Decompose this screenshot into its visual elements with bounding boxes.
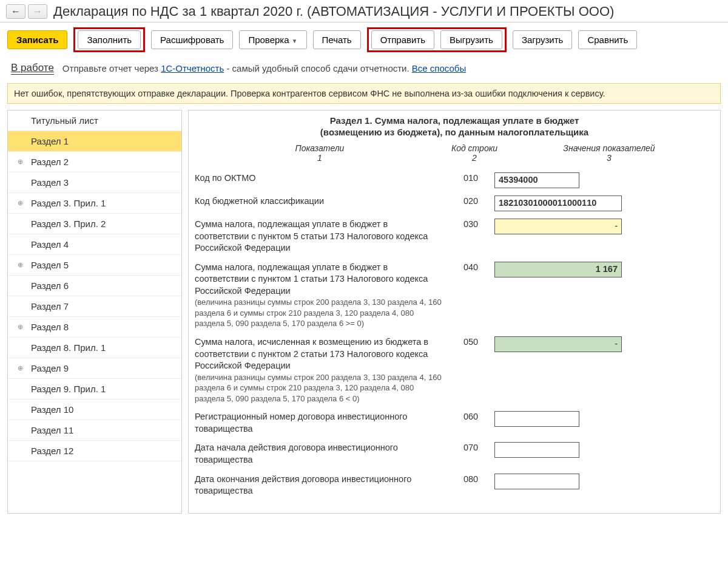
print-button[interactable]: Печать bbox=[313, 30, 361, 49]
sidebar-item[interactable]: ⊕Раздел 5 bbox=[8, 255, 181, 276]
sidebar-item-label: Титульный лист bbox=[31, 115, 98, 126]
send-button[interactable]: Отправить bbox=[371, 30, 434, 49]
sidebar-item[interactable]: ⊕Раздел 3. Прил. 1 bbox=[8, 193, 181, 214]
sidebar-item-label: Раздел 9 bbox=[31, 363, 69, 373]
sidebar-item-label: Раздел 8. Прил. 1 bbox=[31, 342, 106, 353]
sidebar-item[interactable]: Раздел 4 bbox=[8, 234, 181, 255]
row-code: 040 bbox=[450, 262, 492, 272]
sidebar-item[interactable]: Титульный лист bbox=[8, 110, 181, 131]
sidebar-item-label: Раздел 12 bbox=[31, 446, 73, 456]
highlight-send-export: Отправить Выгрузить bbox=[367, 27, 507, 52]
row-label: Дата начала действия договора инвестицио… bbox=[195, 442, 447, 466]
sidebar-item[interactable]: Раздел 8. Прил. 1 bbox=[8, 338, 181, 358]
value-field[interactable]: 18210301000011000110 bbox=[494, 195, 622, 211]
sidebar-item-label: Раздел 3. Прил. 1 bbox=[31, 198, 106, 208]
row-code: 070 bbox=[450, 442, 492, 452]
sidebar-item[interactable]: Раздел 7 bbox=[8, 296, 181, 317]
column-headers: Показатели1 Код строки2 Значения показат… bbox=[192, 143, 716, 169]
sidebar-item-label: Раздел 11 bbox=[31, 425, 73, 435]
sidebar-item-label: Раздел 10 bbox=[31, 404, 73, 415]
sidebar-item[interactable]: ⊕Раздел 8 bbox=[8, 317, 181, 338]
sidebar-item-label: Раздел 2 bbox=[31, 157, 69, 167]
form-row: Дата окончания действия договора инвести… bbox=[192, 470, 716, 501]
sidebar-item[interactable]: Раздел 9. Прил. 1 bbox=[8, 379, 181, 399]
form-row: Сумма налога, подлежащая уплате в бюджет… bbox=[192, 258, 716, 333]
row-hint: (величина разницы суммы строк 200 раздел… bbox=[195, 297, 442, 329]
save-button[interactable]: Записать bbox=[7, 30, 67, 49]
main-panel: Раздел 1. Сумма налога, подлежащая уплат… bbox=[188, 110, 721, 514]
value-field[interactable]: - bbox=[494, 219, 622, 234]
value-field[interactable]: - bbox=[494, 336, 622, 352]
sidebar-item-label: Раздел 6 bbox=[31, 280, 69, 291]
value-field[interactable] bbox=[494, 474, 579, 489]
sidebar-item[interactable]: Раздел 10 bbox=[8, 399, 181, 420]
nav-forward-button[interactable]: → bbox=[28, 4, 47, 19]
row-label: Сумма налога, исчисленная к возмещению и… bbox=[195, 336, 447, 404]
row-label: Сумма налога, подлежащая уплате в бюджет… bbox=[195, 219, 447, 254]
expand-icon[interactable]: ⊕ bbox=[16, 323, 24, 330]
form-row: Дата начала действия договора инвестицио… bbox=[192, 438, 716, 469]
fill-button[interactable]: Заполнить bbox=[78, 30, 141, 49]
sidebar-item-label: Раздел 3 bbox=[31, 177, 69, 188]
expand-icon[interactable]: ⊕ bbox=[16, 199, 24, 206]
sidebar-item-label: Раздел 4 bbox=[31, 239, 69, 250]
export-button[interactable]: Выгрузить bbox=[440, 30, 502, 49]
value-field[interactable]: 1 167 bbox=[494, 262, 622, 277]
decode-button[interactable]: Расшифровать bbox=[151, 30, 233, 49]
sidebar-item[interactable]: Раздел 11 bbox=[8, 420, 181, 441]
row-label: Дата окончания действия договора инвести… bbox=[195, 474, 447, 497]
value-field[interactable] bbox=[494, 411, 579, 427]
expand-icon[interactable]: ⊕ bbox=[16, 364, 24, 372]
row-hint: (величина разницы суммы строк 200 раздел… bbox=[195, 372, 442, 404]
nav-back-button[interactable]: ← bbox=[6, 4, 25, 19]
expand-icon[interactable]: ⊕ bbox=[16, 261, 24, 268]
sidebar-item[interactable]: Раздел 3 bbox=[8, 172, 181, 193]
row-label: Код по ОКТМО bbox=[195, 172, 447, 185]
sidebar-item-label: Раздел 9. Прил. 1 bbox=[31, 384, 106, 394]
section-title: Раздел 1. Сумма налога, подлежащая уплат… bbox=[192, 113, 716, 127]
row-label: Код бюджетной классификации bbox=[195, 195, 447, 208]
form-row: Код по ОКТМО01045394000 bbox=[192, 169, 716, 192]
row-code: 060 bbox=[450, 411, 492, 421]
status-link[interactable]: В работе bbox=[11, 62, 54, 75]
sidebar-item-label: Раздел 7 bbox=[31, 301, 69, 311]
form-row: Регистрационный номер договора инвестици… bbox=[192, 407, 716, 438]
row-code: 050 bbox=[450, 336, 492, 347]
page-title: Декларация по НДС за 1 квартал 2020 г. (… bbox=[53, 4, 614, 19]
row-code: 030 bbox=[450, 219, 492, 229]
row-label: Регистрационный номер договора инвестици… bbox=[195, 411, 447, 435]
row-code: 020 bbox=[450, 195, 492, 206]
row-code: 080 bbox=[450, 474, 492, 484]
sidebar-item[interactable]: Раздел 1 bbox=[8, 131, 181, 152]
row-code: 010 bbox=[450, 172, 492, 183]
highlight-fill: Заполнить bbox=[73, 27, 145, 52]
status-text: Отправьте отчет через 1С-Отчетность - са… bbox=[62, 63, 466, 73]
check-button[interactable]: Проверка▼ bbox=[239, 30, 306, 49]
load-button[interactable]: Загрузить bbox=[513, 30, 573, 49]
form-row: Сумма налога, исчисленная к возмещению и… bbox=[192, 333, 716, 407]
info-bar: Нет ошибок, препятствующих отправке декл… bbox=[7, 83, 721, 104]
sidebar-item-label: Раздел 8 bbox=[31, 322, 69, 332]
chevron-down-icon: ▼ bbox=[292, 38, 298, 44]
link-1c-report[interactable]: 1С-Отчетность bbox=[161, 63, 224, 73]
value-field[interactable] bbox=[494, 442, 579, 458]
row-label: Сумма налога, подлежащая уплате в бюджет… bbox=[195, 262, 447, 329]
form-row: Код бюджетной классификации0201821030100… bbox=[192, 192, 716, 215]
compare-button[interactable]: Сравнить bbox=[578, 30, 637, 49]
sidebar-item[interactable]: Раздел 3. Прил. 2 bbox=[8, 214, 181, 234]
sidebar-item-label: Раздел 3. Прил. 2 bbox=[31, 219, 106, 229]
sidebar: Титульный листРаздел 1⊕Раздел 2Раздел 3⊕… bbox=[7, 110, 182, 514]
form-row: Сумма налога, подлежащая уплате в бюджет… bbox=[192, 215, 716, 258]
sidebar-item[interactable]: ⊕Раздел 2 bbox=[8, 152, 181, 172]
sidebar-item[interactable]: Раздел 12 bbox=[8, 441, 181, 461]
sidebar-item[interactable]: Раздел 6 bbox=[8, 276, 181, 296]
value-field[interactable]: 45394000 bbox=[494, 172, 579, 188]
expand-icon[interactable]: ⊕ bbox=[16, 158, 24, 165]
sidebar-item-label: Раздел 1 bbox=[31, 136, 69, 146]
section-subtitle: (возмещению из бюджета), по данным налог… bbox=[192, 127, 716, 143]
sidebar-item[interactable]: ⊕Раздел 9 bbox=[8, 358, 181, 379]
link-all-methods[interactable]: Все способы bbox=[412, 63, 466, 73]
sidebar-item-label: Раздел 5 bbox=[31, 260, 69, 270]
